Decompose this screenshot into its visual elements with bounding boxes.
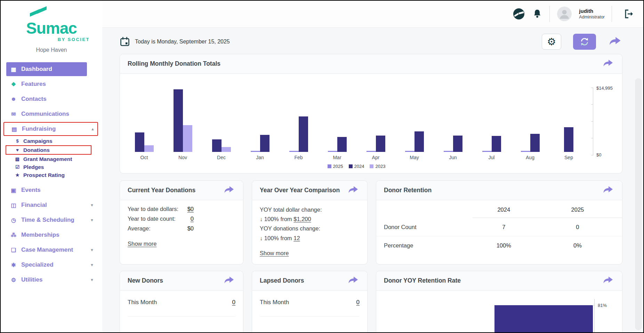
people-icon: ☻ [10, 96, 17, 102]
bar-2023-oct[interactable] [144, 145, 154, 152]
card-title: New Donors [128, 277, 163, 284]
bar-2024-oct[interactable] [135, 132, 144, 152]
y-axis-min-label: $0 [596, 152, 601, 157]
bar-2024-aug[interactable] [530, 134, 540, 152]
show-more-link[interactable]: Show more [260, 249, 289, 258]
fundraising-submenu: $ Campaigns ♥ Donations ▧ Grant Manageme… [1, 137, 102, 179]
x-axis-label: Jan [256, 155, 264, 161]
prospect-rating-icon: ★ [15, 172, 20, 178]
bar-2024-apr[interactable] [376, 136, 385, 152]
sidebar-item-utilities[interactable]: ⚙ Utilities ▼ [6, 273, 97, 287]
sidebar-item-label: Grant Management [23, 156, 72, 162]
sidebar-item-memberships[interactable]: ⁂ Memberships [6, 228, 97, 242]
bar-2025-aug[interactable] [521, 151, 530, 152]
bar-2024-mar[interactable] [337, 137, 347, 152]
share-report-icon[interactable] [223, 275, 235, 286]
lapsed-donors-month-link[interactable]: 0 [356, 299, 360, 306]
grant-document-icon: ▧ [15, 156, 20, 162]
lapsed-donors-card: Lapsed Donors This Month 0 [252, 271, 368, 332]
yoy-dollar-link[interactable]: $1,200 [293, 216, 311, 222]
bar-2025-jun[interactable] [444, 151, 453, 152]
yoy-count-link[interactable]: 12 [293, 235, 300, 241]
bar-2024-jan[interactable] [260, 135, 269, 152]
x-axis-label: Sep [564, 155, 573, 161]
sidebar-item-campaigns[interactable]: $ Campaigns [1, 137, 102, 145]
sidebar-item-donations[interactable]: ♥ Donations [6, 145, 91, 155]
dashboard-settings-button[interactable]: ⚙ [542, 34, 561, 50]
new-donors-month-link[interactable]: 0 [232, 299, 235, 306]
chart-legend: 202520242023 [125, 161, 588, 173]
sidebar-item-fundraising[interactable]: ▤ Fundraising ▲ [3, 122, 98, 136]
share-report-icon[interactable] [602, 185, 614, 196]
grid-icon: ▦ [10, 66, 17, 73]
show-more-link[interactable]: Show more [128, 241, 156, 247]
help-book-icon[interactable] [513, 8, 525, 20]
vertical-scrollbar[interactable] [635, 78, 642, 330]
bar-2025-mar[interactable] [328, 151, 337, 152]
bar-2023-dec[interactable] [222, 147, 231, 152]
sumac-logo[interactable]: Sumac BY SOCIET [11, 6, 92, 42]
share-report-icon[interactable] [347, 185, 360, 196]
share-report-icon[interactable] [347, 275, 360, 286]
avatar[interactable] [557, 6, 572, 22]
bar-2024-sep[interactable] [564, 127, 573, 152]
bar-2024-dec[interactable] [212, 139, 222, 152]
donor-retention-card: Donor Retention 2024 2025 Do [376, 180, 622, 265]
share-report-icon[interactable] [602, 58, 614, 69]
bar-2025-feb[interactable] [289, 151, 299, 152]
bar-2025-jul[interactable] [482, 151, 492, 152]
legend-item-2023[interactable]: 2023 [370, 164, 385, 169]
share-report-icon[interactable] [223, 185, 235, 196]
share-dashboard-icon[interactable] [608, 35, 622, 48]
retention-rate-bar[interactable] [494, 305, 593, 332]
card-title: Donor Retention [384, 187, 432, 194]
refresh-icon [579, 37, 590, 47]
sidebar-item-communications[interactable]: ✉ Communications [6, 107, 97, 121]
x-axis-label: Aug [526, 155, 534, 161]
bar-2025-jan[interactable] [251, 151, 260, 152]
sidebar: Sumac BY SOCIET Hope Haven ▦ Dashboard ❖… [1, 1, 102, 332]
legend-item-2025[interactable]: 2025 [328, 164, 343, 169]
sidebar-item-case-management[interactable]: ❏ Case Management ▼ [6, 243, 97, 257]
chevron-down-icon[interactable]: ▼ [90, 278, 94, 282]
legend-item-2024[interactable]: 2024 [349, 164, 364, 169]
chevron-down-icon[interactable]: ▼ [90, 263, 94, 267]
bar-2025-apr[interactable] [367, 151, 376, 152]
date-banner-row: Today is Monday, September 15, 2025 ⚙ [120, 32, 622, 52]
x-axis-label: Jul [489, 155, 495, 161]
legend-swatch [370, 164, 373, 168]
refresh-button[interactable] [573, 34, 596, 50]
ytd-count-link[interactable]: 0 [191, 216, 194, 222]
logout-icon[interactable] [624, 9, 634, 19]
chevron-down-icon[interactable]: ▼ [90, 218, 94, 222]
donation-bar-chart: OctNovDecJanFebMarAprMayJunJulAugSep 202… [120, 74, 622, 173]
sidebar-item-financial[interactable]: ◫ Financial ▼ [6, 198, 97, 212]
notifications-bell-icon[interactable] [532, 8, 542, 19]
ytd-dollars-link[interactable]: $0 [187, 206, 194, 212]
sidebar-item-grant-management[interactable]: ▧ Grant Management [1, 155, 102, 163]
sidebar-item-time-scheduling[interactable]: ◷ Time & Scheduling ▼ [6, 213, 97, 227]
bar-2024-nov[interactable] [174, 89, 183, 152]
chevron-down-icon[interactable]: ▼ [90, 248, 94, 252]
bar-2024-may[interactable] [414, 131, 424, 152]
sidebar-item-dashboard[interactable]: ▦ Dashboard [6, 62, 87, 76]
sidebar-item-label: Donations [23, 147, 50, 153]
chart-month-group: Jan [241, 89, 279, 161]
bar-2023-nov[interactable] [183, 125, 192, 152]
calendar-today-icon [120, 36, 130, 47]
sidebar-item-prospect-rating[interactable]: ★ Prospect Rating [1, 171, 102, 179]
sidebar-item-events[interactable]: ▣ Events [6, 183, 97, 197]
chevron-up-icon[interactable]: ▲ [91, 127, 95, 131]
sidebar-item-contacts[interactable]: ☻ Contacts [6, 92, 97, 106]
bar-2024-jun[interactable] [453, 136, 462, 152]
bar-2025-may[interactable] [405, 151, 414, 152]
sidebar-item-specialized[interactable]: ✱ Specialized ▼ [6, 258, 97, 272]
share-report-icon[interactable] [602, 275, 614, 286]
chart-month-group: Dec [202, 89, 241, 161]
sidebar-item-features[interactable]: ❖ Features [6, 77, 97, 91]
bar-2024-jul[interactable] [492, 136, 501, 152]
sidebar-item-pledges[interactable]: ☑ Pledges [1, 163, 102, 171]
user-menu[interactable]: judith Administrator [579, 8, 605, 20]
bar-2024-feb[interactable] [299, 116, 308, 152]
chevron-down-icon[interactable]: ▼ [90, 203, 94, 207]
